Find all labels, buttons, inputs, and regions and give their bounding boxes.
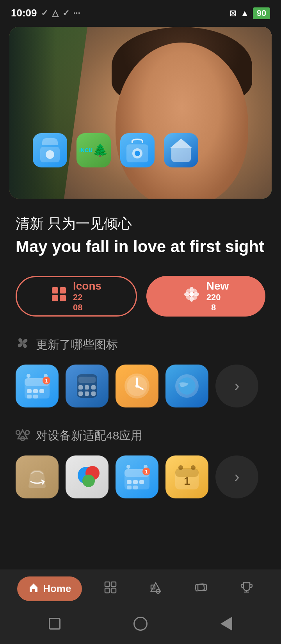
- chevron-right-icon: ›: [234, 377, 239, 395]
- nav-item-grid[interactable]: [93, 576, 128, 602]
- main-content: 清新 只为一见倾心 May you fall in love at first …: [0, 199, 281, 588]
- svg-text:1: 1: [45, 378, 48, 384]
- svg-rect-24: [33, 395, 38, 398]
- dots-icon: ···: [73, 8, 80, 18]
- hero-app-icons: iNCU 🌲: [33, 133, 198, 167]
- checkmark-icon: ✓: [41, 8, 48, 18]
- hero-icon-incu: iNCU 🌲: [76, 133, 111, 167]
- svg-rect-26: [78, 377, 96, 383]
- svg-rect-63: [105, 582, 110, 587]
- check2-icon: ✓: [62, 8, 69, 18]
- svg-point-16: [27, 374, 30, 378]
- svg-rect-2: [52, 295, 58, 301]
- svg-point-60: [178, 465, 183, 470]
- svg-rect-29: [91, 385, 96, 390]
- home-nav-label: Home: [43, 583, 71, 595]
- circle-icon: [133, 617, 148, 631]
- square-icon: [49, 618, 60, 630]
- adapted-section-header: 对设备新适配48应用: [16, 427, 265, 445]
- bottom-navigation: Home: [0, 569, 281, 644]
- grid-icon-calendar: 1: [16, 365, 59, 407]
- icons-num-bottom: 08: [73, 302, 82, 312]
- svg-rect-0: [52, 287, 58, 294]
- updated-icons-grid: 1: [16, 365, 265, 407]
- svg-rect-65: [105, 588, 110, 593]
- stats-row: Icons 22 08: [16, 276, 265, 317]
- time-display: 10:09: [11, 7, 37, 19]
- svg-rect-70: [198, 584, 206, 591]
- new-stats-text: New 220 8: [206, 280, 229, 313]
- new-numbers: 220 8: [206, 292, 221, 313]
- screen-icon: ⊠: [229, 8, 237, 18]
- svg-rect-21: [33, 389, 38, 393]
- adapted-icon-freeform: [66, 455, 108, 498]
- svg-point-37: [135, 384, 139, 388]
- tagline-chinese: 清新 只为一见倾心: [16, 214, 265, 233]
- svg-rect-28: [85, 385, 89, 390]
- triangle-icon: [16, 427, 30, 445]
- icons-stats-button[interactable]: Icons 22 08: [16, 276, 137, 317]
- home-nav-icon: [28, 582, 39, 596]
- icons-numbers: 22 08: [73, 292, 82, 313]
- svg-rect-1: [60, 287, 66, 294]
- svg-rect-23: [27, 395, 32, 398]
- recents-button[interactable]: [42, 611, 67, 636]
- grid-nav-icon: [104, 581, 117, 596]
- svg-rect-31: [85, 391, 89, 396]
- updated-section-header: 更新了哪些图标: [16, 336, 265, 354]
- icons-num-top: 22: [73, 292, 82, 302]
- svg-rect-32: [91, 391, 96, 396]
- svg-rect-55: [139, 480, 144, 484]
- nav-item-home[interactable]: Home: [17, 576, 82, 601]
- svg-rect-22: [39, 389, 44, 393]
- svg-rect-69: [195, 584, 205, 591]
- svg-rect-20: [27, 389, 32, 393]
- tagline-english: May you fall in love at first sight: [16, 237, 265, 257]
- home-button[interactable]: [128, 611, 153, 636]
- triangle-back-icon: [221, 617, 232, 631]
- adapted-icon-amazon: [16, 455, 59, 498]
- svg-rect-3: [60, 295, 66, 301]
- nav-item-cards[interactable]: [184, 576, 218, 602]
- new-num-top: 220: [206, 292, 221, 302]
- status-time: 10:09 ✓ △ ✓ ···: [11, 7, 80, 19]
- hero-background: iNCU 🌲: [9, 27, 272, 199]
- shapes-nav-icon: [149, 581, 162, 596]
- android-nav-bar: [12, 608, 269, 636]
- svg-point-49: [126, 465, 130, 469]
- grid-icon-clock: [116, 365, 158, 407]
- svg-rect-53: [127, 480, 132, 484]
- icons-stats-text: Icons 22 08: [73, 280, 101, 313]
- more-icons-button[interactable]: ›: [215, 365, 258, 407]
- svg-text:1: 1: [184, 475, 190, 487]
- svg-point-13: [21, 342, 24, 344]
- svg-text:1: 1: [145, 469, 148, 475]
- face-shape: [116, 43, 248, 199]
- pinwheel-icon: [16, 336, 30, 354]
- hero-image: iNCU 🌲: [9, 27, 272, 199]
- svg-rect-57: [133, 486, 138, 489]
- svg-point-42: [16, 431, 20, 434]
- new-stats-button[interactable]: New 220 8: [146, 276, 265, 317]
- updated-section-title: 更新了哪些图标: [36, 337, 118, 353]
- nav-item-shapes[interactable]: [139, 576, 173, 602]
- grid-icon-planet: [165, 365, 208, 407]
- status-bar: 10:09 ✓ △ ✓ ··· ⊠ ▲ 90: [0, 0, 281, 23]
- hero-icon-1: [33, 133, 67, 167]
- status-right-icons: ⊠ ▲ 90: [229, 7, 270, 19]
- svg-point-46: [82, 475, 95, 487]
- wifi-icon: ▲: [240, 8, 249, 18]
- circle-icon: △: [52, 8, 59, 18]
- adapted-section-title: 对设备新适配48应用: [36, 428, 142, 444]
- plant-background: [9, 27, 87, 199]
- hero-icon-bag: [120, 133, 155, 167]
- back-button[interactable]: [214, 611, 239, 636]
- chevron-right-icon-2: ›: [234, 468, 239, 486]
- nav-items: Home: [12, 576, 269, 602]
- more-adapted-button[interactable]: ›: [215, 455, 258, 498]
- hero-icon-home: [164, 133, 198, 167]
- svg-point-4: [189, 292, 194, 297]
- new-label: New: [206, 280, 229, 292]
- nav-item-trophy[interactable]: [229, 576, 264, 602]
- trophy-nav-icon: [240, 581, 253, 596]
